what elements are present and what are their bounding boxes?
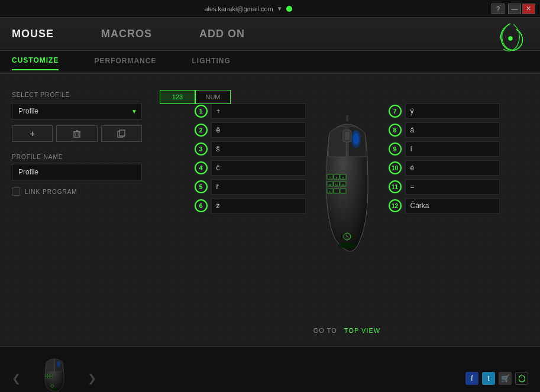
- btn-label-3[interactable]: š: [211, 141, 306, 157]
- svg-rect-1: [74, 132, 80, 137]
- btn-label-6[interactable]: ž: [211, 198, 306, 213]
- svg-rect-7: [119, 130, 125, 136]
- toggle-num[interactable]: NUM: [195, 90, 231, 104]
- btn-label-4[interactable]: č: [211, 160, 306, 176]
- profile-select[interactable]: Profile: [12, 103, 142, 119]
- social-links: f t 🛒: [465, 372, 528, 385]
- device-item: Razer Naga: [38, 357, 70, 393]
- svg-point-38: [51, 388, 57, 390]
- mouse-btn-row-5: 5 ř: [195, 179, 306, 195]
- dropdown-icon[interactable]: ▼: [277, 5, 283, 12]
- btn-num-12: 12: [389, 199, 402, 212]
- nav-item-macros[interactable]: MACROS: [101, 28, 152, 40]
- help-button[interactable]: ?: [492, 4, 505, 14]
- minimize-button[interactable]: —: [508, 4, 521, 14]
- profile-select-wrapper: Profile ▼: [12, 103, 142, 119]
- btn-label-12[interactable]: Čárka: [405, 198, 500, 213]
- btn-num-7: 7: [389, 105, 402, 118]
- btn-label-7[interactable]: ý: [405, 103, 500, 119]
- go-to-prefix: GO TO: [313, 327, 337, 334]
- window-controls: ? — ✕: [492, 4, 535, 14]
- link-program-label: LINK PROGRAM: [25, 189, 77, 195]
- svg-rect-32: [45, 376, 47, 378]
- svg-text:11: 11: [335, 183, 338, 186]
- svg-rect-15: [334, 189, 339, 193]
- twitter-icon[interactable]: t: [482, 372, 495, 385]
- razer-logo: [493, 21, 528, 56]
- user-email: ales.kanaki@gmail.com: [204, 5, 273, 12]
- mouse-btn-row-2: 2 ě: [195, 122, 306, 138]
- nav-item-mouse[interactable]: MOUSE: [12, 28, 54, 40]
- sub-nav-customize[interactable]: CUSTOMIZE: [12, 51, 59, 70]
- svg-rect-36: [50, 376, 52, 378]
- svg-rect-33: [47, 374, 50, 376]
- copy-icon: [117, 129, 125, 138]
- razer-site-icon[interactable]: [515, 372, 528, 385]
- btn-label-8[interactable]: á: [405, 122, 500, 138]
- profile-name-input[interactable]: [12, 164, 142, 180]
- trash-icon: [73, 129, 81, 138]
- middle-panel: 1 + 2 ě 3 š 4 č 5 ř 6 ž: [154, 74, 540, 346]
- toggle-123[interactable]: 123: [160, 90, 195, 104]
- header: MOUSE MACROS ADD ON CUSTOMIZE PERFORMANC…: [0, 18, 540, 74]
- svg-point-30: [338, 242, 356, 248]
- mouse-btn-row-8: 8 á: [389, 122, 500, 138]
- btn-num-11: 11: [389, 180, 402, 193]
- shop-icon[interactable]: 🛒: [499, 372, 512, 385]
- bottom-panel: ❮ Razer Naga: [0, 346, 540, 392]
- btn-label-10[interactable]: é: [405, 160, 500, 176]
- device-thumbnail-icon: [40, 357, 69, 392]
- go-to-top-view: GO TO TOP VIEW: [313, 327, 380, 334]
- profile-name-label: PROFILE NAME: [12, 154, 142, 160]
- mouse-btn-row-7: 7 ý: [389, 103, 500, 119]
- mouse-btn-row-10: 10 é: [389, 160, 500, 176]
- next-device-button[interactable]: ❯: [88, 372, 96, 385]
- svg-rect-34: [47, 376, 50, 378]
- online-indicator: [286, 6, 292, 12]
- svg-rect-18: [340, 189, 346, 193]
- svg-rect-31: [45, 374, 47, 376]
- svg-point-27: [353, 133, 359, 145]
- main-nav: MOUSE MACROS ADD ON: [0, 18, 540, 50]
- svg-text:12: 12: [341, 183, 344, 186]
- btn-num-4: 4: [195, 161, 208, 174]
- mouse-btn-row-4: 4 č: [195, 160, 306, 176]
- facebook-icon[interactable]: f: [465, 372, 478, 385]
- mouse-btn-row-11: 11 =: [389, 179, 500, 195]
- btn-num-3: 3: [195, 142, 208, 155]
- keyboard-toggle: 123 NUM: [160, 81, 231, 110]
- sub-nav: CUSTOMIZE PERFORMANCE LIGHTING: [0, 50, 540, 71]
- sub-nav-performance[interactable]: PERFORMANCE: [94, 52, 156, 70]
- copy-profile-button[interactable]: [101, 125, 142, 142]
- prev-device-button[interactable]: ❮: [12, 372, 21, 385]
- left-button-group: 1 + 2 ě 3 š 4 č 5 ř 6 ž: [195, 103, 306, 213]
- right-button-group: 7 ý 8 á 9 í 10 é 11 = 12 Čárka: [389, 103, 500, 213]
- nav-item-addon[interactable]: ADD ON: [199, 28, 245, 40]
- svg-point-37: [56, 361, 60, 367]
- svg-rect-9: [345, 132, 350, 140]
- btn-num-6: 6: [195, 199, 208, 212]
- svg-point-0: [509, 37, 512, 40]
- close-button[interactable]: ✕: [522, 4, 535, 14]
- link-program-checkbox[interactable]: [12, 187, 20, 196]
- left-panel: SELECT PROFILE Profile ▼ +: [0, 74, 154, 346]
- mouse-svg: 7 10 11 8 11 9 12: [318, 115, 377, 257]
- title-bar: ales.kanaki@gmail.com ▼ ? — ✕: [0, 0, 540, 18]
- btn-num-8: 8: [389, 124, 402, 137]
- mouse-btn-row-12: 12 Čárka: [389, 198, 500, 213]
- btn-label-5[interactable]: ř: [211, 179, 306, 195]
- mouse-image: 7 10 11 8 11 9 12: [312, 103, 383, 269]
- btn-label-11[interactable]: =: [405, 179, 500, 195]
- sub-nav-lighting[interactable]: LIGHTING: [192, 52, 230, 70]
- btn-label-9[interactable]: í: [405, 141, 500, 157]
- svg-text:10: 10: [328, 183, 331, 186]
- email-area: ales.kanaki@gmail.com ▼: [204, 5, 292, 12]
- add-profile-button[interactable]: +: [12, 125, 53, 142]
- btn-num-5: 5: [195, 180, 208, 193]
- link-program-row: LINK PROGRAM: [12, 187, 142, 196]
- btn-num-10: 10: [389, 161, 402, 174]
- svg-rect-35: [50, 374, 52, 376]
- delete-profile-button[interactable]: [56, 125, 97, 142]
- top-view-link[interactable]: TOP VIEW: [344, 327, 380, 334]
- btn-label-2[interactable]: ě: [211, 122, 306, 138]
